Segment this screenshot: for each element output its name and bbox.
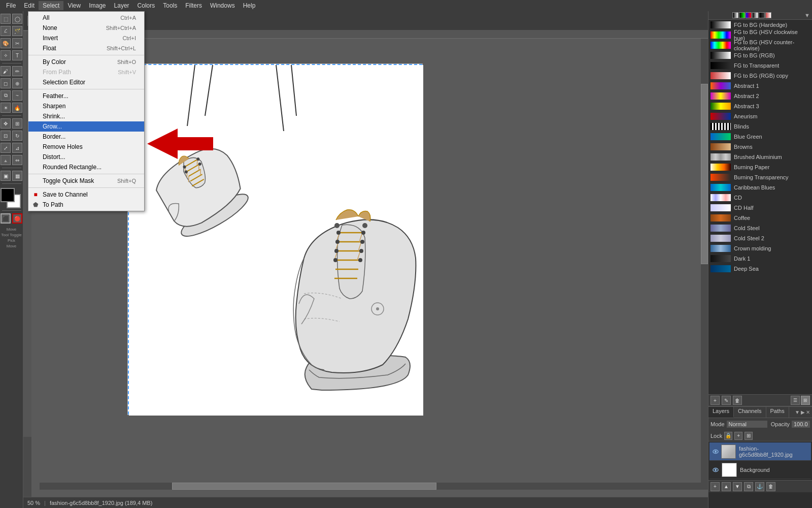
menu-item-float[interactable]: Float Shift+Ctrl+L (28, 43, 144, 53)
layer-new-btn[interactable]: + (710, 482, 720, 491)
layer-del-btn[interactable]: 🗑 (766, 482, 775, 491)
menu-item-remove-holes[interactable]: Remove Holes (28, 142, 144, 152)
lock-all-btn[interactable]: ⊞ (745, 432, 753, 440)
gradient-item-fgbg-hard[interactable]: FG to BG (Hardedge) (708, 20, 812, 30)
gradient-item-cd[interactable]: CD (708, 193, 812, 203)
layer-item-image[interactable]: fashion-g6c5d8bb8f_1920.jpg (709, 442, 811, 461)
gradient-item-fgbg-rgb[interactable]: FG to BG (RGB) (708, 50, 812, 60)
menu-item-sharpen[interactable]: Sharpen (28, 101, 144, 111)
tool-ellipse-select[interactable]: ◯ (12, 14, 22, 24)
swatch-fgbg-copy[interactable] (765, 12, 771, 18)
layer-item-background[interactable]: Background (709, 461, 811, 479)
gradient-item-dark1[interactable]: Dark 1 (708, 253, 812, 264)
gradient-item-abstract3[interactable]: Abstract 3 (708, 101, 812, 111)
tool-move[interactable]: ✥ (1, 118, 11, 129)
vertical-scrollbar-thumb[interactable] (701, 84, 708, 264)
swatch-fgbg[interactable] (732, 12, 738, 18)
tab-channels[interactable]: Channels (734, 407, 766, 418)
menu-view[interactable]: View (63, 1, 85, 10)
layer-anchor-btn[interactable]: ⚓ (755, 482, 764, 491)
tool-fill[interactable]: ▣ (1, 171, 11, 181)
menu-item-rounded-rectangle[interactable]: Rounded Rectangle... (28, 162, 144, 172)
tool-heal[interactable]: ⊕ (12, 78, 22, 88)
menu-item-distort[interactable]: Distort... (28, 152, 144, 162)
menu-item-all[interactable]: All Ctrl+A (28, 13, 144, 23)
tool-paths[interactable]: ⟡ (1, 50, 11, 60)
horizontal-scrollbar-thumb[interactable] (172, 483, 436, 490)
layers-expand-btn[interactable]: ▶ (801, 409, 805, 415)
lock-pos-btn[interactable]: + (734, 432, 742, 440)
menu-item-grow[interactable]: Grow... (28, 121, 144, 132)
normal-mode-btn[interactable]: ⬛ (1, 213, 11, 224)
swatch-fg-transparent[interactable] (759, 12, 765, 18)
tool-by-color[interactable]: 🎨 (1, 38, 11, 48)
quick-mask-btn[interactable]: 🔴 (12, 213, 22, 224)
layer-dup-btn[interactable]: ⧉ (744, 482, 753, 491)
gradient-item-crown-molding[interactable]: Crown molding (708, 243, 812, 253)
horizontal-scrollbar[interactable] (40, 483, 701, 490)
tool-clone[interactable]: ⧉ (1, 90, 11, 101)
gradient-grid-view-btn[interactable]: ⊞ (801, 396, 810, 405)
layers-close-btn[interactable]: ✕ (806, 409, 810, 415)
gradient-item-brushed-al[interactable]: Brushed Aluminium (708, 152, 812, 162)
tool-scissors[interactable]: ✂ (12, 38, 22, 48)
menu-item-save-to-channel[interactable]: ■ Save to Channel (28, 189, 144, 200)
tool-pencil[interactable]: ✏ (12, 66, 22, 76)
gradient-item-burning-paper[interactable]: Burning Paper (708, 162, 812, 172)
menu-item-toggle-quick-mask[interactable]: Toggle Quick Mask Shift+Q (28, 176, 144, 186)
menu-file[interactable]: File (2, 1, 20, 10)
gradient-item-blinds[interactable]: Blinds (708, 121, 812, 132)
mode-dropdown[interactable]: Normal (727, 421, 767, 428)
menu-item-shrink[interactable]: Shrink... (28, 111, 144, 121)
gradient-item-fgbg-rgb-copy[interactable]: FG to BG (RGB) copy (708, 71, 812, 81)
menu-item-by-color[interactable]: By Color Shift+O (28, 57, 144, 67)
tool-dodge[interactable]: ☀ (1, 103, 11, 113)
menu-tools[interactable]: Tools (159, 1, 181, 10)
tool-gradient[interactable]: ▦ (12, 171, 22, 181)
tab-paths[interactable]: Paths (766, 407, 789, 418)
menu-item-invert[interactable]: Invert Ctrl+I (28, 33, 144, 43)
edit-gradient-btn[interactable]: ✎ (722, 396, 731, 405)
tool-crop[interactable]: ⊡ (1, 131, 11, 141)
fg-color-box[interactable] (1, 188, 15, 202)
tool-scale[interactable]: ⤢ (1, 143, 11, 153)
swatch-fgbg-hsv-ccw[interactable] (746, 12, 752, 18)
gradient-item-caribbean[interactable]: Caribbean Blues (708, 182, 812, 193)
layer-eye-btn-2[interactable] (712, 466, 720, 474)
new-gradient-btn[interactable]: + (710, 396, 720, 405)
panel-menu-btn[interactable]: ▼ (804, 12, 810, 18)
tool-flip[interactable]: ⇔ (12, 155, 22, 165)
gradient-item-browns[interactable]: Browns (708, 142, 812, 152)
lock-pixels-btn[interactable]: 🔒 (724, 432, 732, 440)
tool-perspective[interactable]: ⟁ (1, 155, 11, 165)
gradient-item-fgbg-hsv-cw[interactable]: FG to BG (HSV clockwise hue) (708, 30, 812, 40)
gradient-item-abstract1[interactable]: Abstract 1 (708, 81, 812, 91)
tool-rect-select[interactable]: ⬚ (1, 14, 11, 24)
tool-free-select[interactable]: 𝓛 (1, 26, 11, 36)
gradient-item-burning-trans[interactable]: Burning Transparency (708, 172, 812, 182)
gradient-item-coffee[interactable]: Coffee (708, 213, 812, 223)
menu-image[interactable]: Image (85, 1, 110, 10)
tool-paint[interactable]: 🖌 (1, 66, 11, 76)
menu-item-feather[interactable]: Feather... (28, 91, 144, 101)
tab-layers[interactable]: Layers (708, 407, 734, 418)
tool-fuzzy-select[interactable]: 🪄 (12, 26, 22, 36)
menu-edit[interactable]: Edit (20, 1, 39, 10)
menu-item-selection-editor[interactable]: Selection Editor (28, 77, 144, 87)
vertical-scrollbar[interactable] (701, 39, 708, 490)
menu-item-none[interactable]: None Shift+Ctrl+A (28, 23, 144, 33)
gradient-item-cd-half[interactable]: CD Half (708, 203, 812, 213)
layer-lower-btn[interactable]: ▼ (733, 482, 742, 491)
tool-erase[interactable]: ◻ (1, 78, 11, 88)
opacity-value[interactable]: 100.0 (792, 421, 810, 428)
menu-layer[interactable]: Layer (110, 1, 133, 10)
gradient-item-abstract2[interactable]: Abstract 2 (708, 91, 812, 101)
menu-item-border[interactable]: Border... (28, 132, 144, 142)
tool-burn[interactable]: 🔥 (12, 103, 22, 113)
layer-raise-btn[interactable]: ▲ (722, 482, 731, 491)
gradient-list-view-btn[interactable]: ☰ (791, 396, 800, 405)
menu-colors[interactable]: Colors (133, 1, 159, 10)
menu-item-from-path[interactable]: From Path Shift+V (28, 67, 144, 77)
tool-shear[interactable]: ⊿ (12, 143, 22, 153)
menu-filters[interactable]: Filters (181, 1, 206, 10)
